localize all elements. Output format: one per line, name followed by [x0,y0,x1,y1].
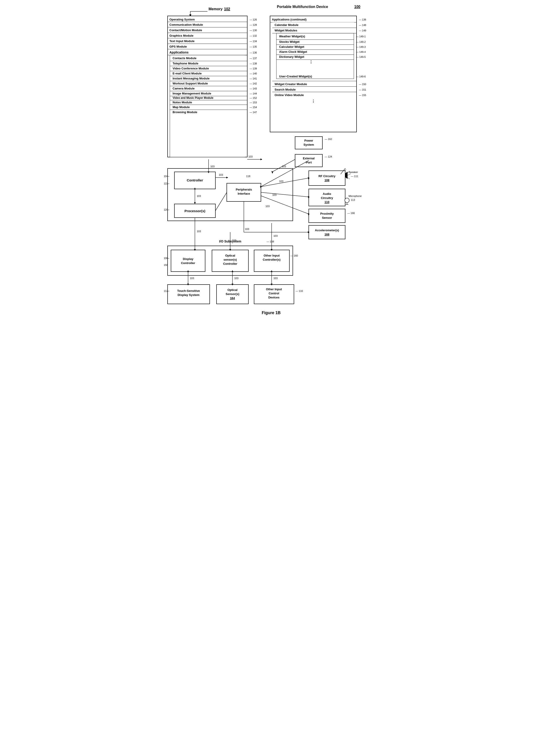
touch-label1: Touch-Sensitive [177,289,200,292]
memory-apps-ref: — 136 [250,51,257,54]
memory-image-row: Image Management Module [173,92,211,95]
external-port-label2: Port [306,161,312,164]
audio-label3: 110 [324,200,329,204]
mem-bus-103: 103 [210,165,214,168]
accelerometer-box [309,225,345,239]
io-bus-1: 103 [197,230,201,233]
svg-line-49 [348,177,350,179]
device-widget-ref: — 149 [359,29,366,32]
ref-156: 156 [164,264,168,266]
optical-sensor-label2: Sensor(s) [226,292,239,296]
widget-weather-row: Weather Widget(s) [279,35,305,38]
memory-notes-ref: — 153 [250,101,257,104]
device-calendar-ref: — 148 [359,24,366,26]
widget-stocks-row: Stocks Widget [279,40,300,43]
memory-contact-row: Contact/Motion Module [169,28,202,32]
other-ctrl-label2: Controller(s) [263,258,281,261]
widget-calculator-row: Calculator Widget [279,45,304,48]
memory-textinput-ref: — 134 [250,40,257,42]
memory-map-ref: — 154 [250,106,257,109]
widget-dots: ⋮ [309,60,313,64]
device-dots: ⋮ [312,99,315,103]
other-bus: 103 [273,277,278,280]
disp-bus: 103 [190,277,194,280]
memory-workout-ref: — 142 [250,82,257,85]
memory-os-ref: — 126 [250,18,257,21]
accelerometer-label2: 168 [324,233,329,236]
memory-gps-ref: — 135 [250,45,257,48]
device-search-row: Search Module [275,88,295,91]
optical-sensor-label1: Optical [227,288,237,292]
svg-line-63 [345,169,346,170]
power-system-label: Power [304,139,313,142]
microphone-icon [345,198,349,202]
svg-line-48 [348,174,351,175]
power-system-label2: System [303,143,314,147]
device-widgetcreator-row: Widget Creator Module [275,82,307,86]
memory-browse-ref: — 147 [250,111,257,114]
io-bus-3: 103 [273,234,278,237]
memory-contacts-row: Contacts Module [173,56,196,60]
memory-camera-ref: — 143 [250,87,257,90]
peripherals-ref: 118 [246,175,250,177]
proximity-sensor-box [309,209,345,223]
display-controller-box [171,250,205,272]
ref-106: 106 [164,257,168,259]
other-input-label2: Control [268,292,279,295]
speaker-label: Speaker [349,171,358,174]
memory-contact-ref: — 130 [250,29,257,32]
audio-label1: Audio [323,192,331,196]
io-bus-2: 103 [232,239,236,242]
microphone-label: Microphone [349,195,362,197]
peri-rf-bus: 103 [279,180,283,182]
optical-bus: 103 [234,277,238,280]
controller-label: Controller [187,178,203,182]
proximity-label1: Proximity [320,212,334,215]
peripherals-label2: Interface [238,192,250,195]
proximity-ref: — 166 [348,212,355,214]
widget-alarm-row: Alarm Clock Widget [279,50,307,53]
widget-dictionary-ref: — 149-5 [356,56,366,58]
rf-circuitry-box [309,171,345,185]
audio-label2: Circuitry [321,196,333,200]
other-input-label1: Other Input [266,287,282,291]
device-ref: 100 [354,5,360,9]
optical-ctrl-label2: sensor(s) [223,258,237,261]
ref-104: 104 [164,175,168,177]
widget-user-row: User-Created Widget(s) [279,75,312,78]
proximity-label2: Sensor [322,216,332,219]
widget-dictionary-row: Dictionary Widget [279,55,304,59]
bus-label-top: 103 [248,155,252,158]
dev-bus-103: 103 [282,165,286,168]
other-input-label3: Devices [268,296,279,299]
device-search-ref: — 151 [359,88,366,91]
external-port-label: External [303,157,314,160]
widget-calculator-ref: — 149-3 [356,45,366,48]
device-calendar-row: Calendar Module [275,23,298,27]
memory-videoconf-ref: — 139 [250,67,257,70]
memory-im-ref: — 141 [250,77,257,80]
memory-workout-row: Workout Support Module [173,82,208,85]
peri-prox-bus: 103 [266,205,269,208]
speaker-icon [345,172,348,179]
optical-ctrl-label3: Controller [223,262,237,265]
ref-112: 112 [164,289,168,292]
widget-weather-ref: — 149-1 [356,35,366,38]
external-port-ref: — 124 [325,155,332,158]
optical-sensor-ref: 164 [230,296,235,300]
memory-apps-header: Applications [169,50,188,54]
other-ctrl-label1: Other Input [264,254,280,257]
widget-stocks-ref: — 149-2 [356,40,366,43]
memory-textinput-row: Text Input Module [169,40,194,43]
display-controller-label2: Controller [181,261,195,265]
device-video-ref: — 155 [359,94,366,96]
io-ref: — 158 [266,240,274,243]
device-widget-header: Widget Modules [275,29,297,32]
memory-image-ref: — 144 [250,92,257,95]
memory-im-row: Instant Messaging Module [173,77,210,80]
accelerometer-label1: Accelerometer(s) [315,229,339,232]
rf-label2: 108 [324,178,329,182]
memory-comm-row: Communication Module [169,23,203,26]
memory-graphics-row: Graphics Module [169,34,193,37]
patent-diagram: Memory 102 Operating System — 126 Commun… [163,5,375,369]
